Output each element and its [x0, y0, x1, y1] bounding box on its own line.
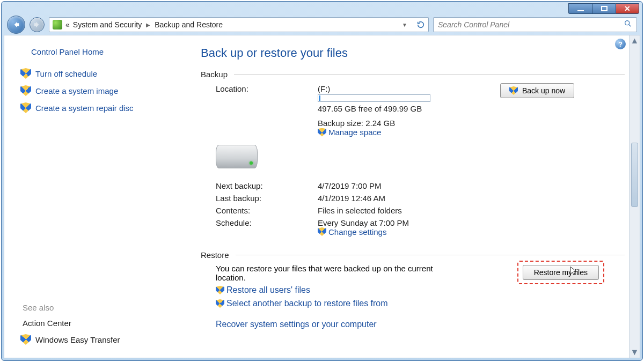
last-backup-label: Last backup:	[216, 193, 312, 204]
space-progress-bar	[318, 94, 430, 102]
help-icon[interactable]: ?	[615, 39, 626, 49]
backup-header-label: Backup	[201, 70, 228, 79]
restore-description: You can restore your files that were bac…	[201, 264, 453, 282]
shield-icon	[318, 227, 326, 236]
sidebar-link-label: Turn off schedule	[35, 69, 97, 78]
see-also-label: See also	[23, 303, 179, 312]
sidebar-link-label: Create a system repair disc	[35, 104, 134, 113]
backup-size-text: Backup size: 2.24 GB	[318, 119, 495, 128]
restore-header-label: Restore	[201, 250, 229, 260]
drive-icon	[216, 145, 258, 168]
search-icon[interactable]	[624, 19, 632, 30]
address-bar[interactable]: « System and Security ▶ Backup and Resto…	[49, 17, 413, 32]
backup-details: Location: (F:) 497.65 GB free of 499.99 …	[201, 83, 625, 239]
close-button[interactable]: ✕	[616, 3, 639, 14]
next-backup-label: Next backup:	[216, 180, 312, 191]
window-controls: ✕	[568, 3, 639, 14]
shield-icon	[216, 299, 224, 308]
schedule-label: Schedule:	[216, 217, 312, 239]
scroll-track[interactable]	[630, 46, 640, 347]
breadcrumb-separator-icon[interactable]: ▶	[145, 22, 151, 28]
titlebar: ✕	[2, 2, 642, 16]
manage-space-link[interactable]: Manage space	[318, 128, 381, 137]
window-frame: ✕ « System and Security ▶ Backup and Res…	[1, 1, 643, 361]
sidebar: Control Panel Home Turn off schedule Cre…	[4, 35, 187, 358]
free-space-text: 497.65 GB free of 499.99 GB	[318, 104, 495, 113]
shield-icon	[318, 128, 326, 137]
contents-label: Contents:	[216, 205, 312, 216]
search-box[interactable]	[433, 17, 637, 32]
restore-area: You can restore your files that were bac…	[201, 264, 625, 329]
svg-point-0	[625, 21, 630, 25]
breadcrumb-system-security[interactable]: System and Security	[73, 20, 142, 29]
location-label: Location:	[216, 83, 312, 139]
content-area: Control Panel Home Turn off schedule Cre…	[4, 35, 640, 358]
recover-system-link[interactable]: Recover system settings or your computer	[216, 320, 377, 329]
address-dropdown-icon[interactable]: ▼	[400, 22, 409, 28]
contents-value: Files in selected folders	[318, 205, 495, 216]
see-also-action-center[interactable]: Action Center	[23, 319, 179, 328]
sidebar-link-label: Create a system image	[35, 86, 118, 95]
breadcrumb-chevrons: «	[65, 20, 70, 29]
select-another-backup-label: Select another backup to restore files f…	[226, 299, 388, 308]
scroll-up-button[interactable]: ▲	[630, 35, 640, 46]
control-panel-home-link[interactable]: Control Panel Home	[31, 47, 179, 56]
page-title: Back up or restore your files	[201, 46, 625, 60]
maximize-button[interactable]	[592, 3, 616, 14]
refresh-button[interactable]	[413, 17, 429, 32]
restore-button-highlight: Restore my files	[517, 261, 604, 284]
scroll-down-button[interactable]: ▼	[630, 347, 640, 358]
main-panel: ? Back up or restore your files Backup L…	[187, 35, 629, 358]
see-also-link-label: Windows Easy Transfer	[35, 335, 120, 344]
vertical-scrollbar[interactable]: ▲ ▼	[629, 35, 640, 358]
manage-space-label: Manage space	[328, 128, 381, 137]
drive-icon-cell	[216, 141, 312, 168]
backup-section-header: Backup	[201, 70, 625, 79]
next-backup-value: 4/7/2019 7:00 PM	[318, 180, 495, 191]
shield-icon	[20, 85, 31, 96]
minimize-button[interactable]	[568, 3, 592, 14]
sidebar-link-create-system-image[interactable]: Create a system image	[20, 85, 179, 96]
restore-all-users-link[interactable]: Restore all users' files	[216, 285, 310, 295]
shield-icon	[509, 86, 518, 95]
backup-now-button[interactable]: Back up now	[500, 83, 574, 98]
change-settings-label: Change settings	[328, 227, 386, 237]
location-value: (F:)	[318, 84, 495, 93]
svg-line-1	[629, 25, 631, 27]
restore-all-users-label: Restore all users' files	[226, 285, 310, 295]
control-panel-icon	[53, 20, 62, 29]
breadcrumb-backup-restore[interactable]: Backup and Restore	[155, 20, 223, 29]
select-another-backup-link[interactable]: Select another backup to restore files f…	[216, 299, 388, 308]
shield-icon	[20, 334, 31, 345]
see-also-easy-transfer[interactable]: Windows Easy Transfer	[20, 334, 179, 345]
shield-icon	[20, 102, 31, 113]
change-settings-link[interactable]: Change settings	[318, 227, 386, 237]
restore-section-header: Restore	[201, 250, 625, 260]
shield-icon	[20, 68, 31, 79]
last-backup-value: 4/1/2019 12:46 AM	[318, 193, 495, 204]
navigation-bar: « System and Security ▶ Backup and Resto…	[2, 16, 642, 35]
restore-my-files-label: Restore my files	[534, 268, 588, 277]
search-input[interactable]	[438, 20, 620, 29]
sidebar-link-create-repair-disc[interactable]: Create a system repair disc	[20, 102, 179, 113]
sidebar-link-turn-off-schedule[interactable]: Turn off schedule	[20, 68, 179, 79]
scroll-thumb[interactable]	[631, 143, 638, 207]
backup-now-label: Back up now	[522, 86, 565, 95]
restore-my-files-button[interactable]: Restore my files	[523, 265, 599, 280]
forward-button[interactable]	[30, 17, 45, 32]
back-button[interactable]	[7, 16, 25, 34]
shield-icon	[216, 286, 224, 294]
schedule-value: Every Sunday at 7:00 PM	[318, 218, 495, 227]
